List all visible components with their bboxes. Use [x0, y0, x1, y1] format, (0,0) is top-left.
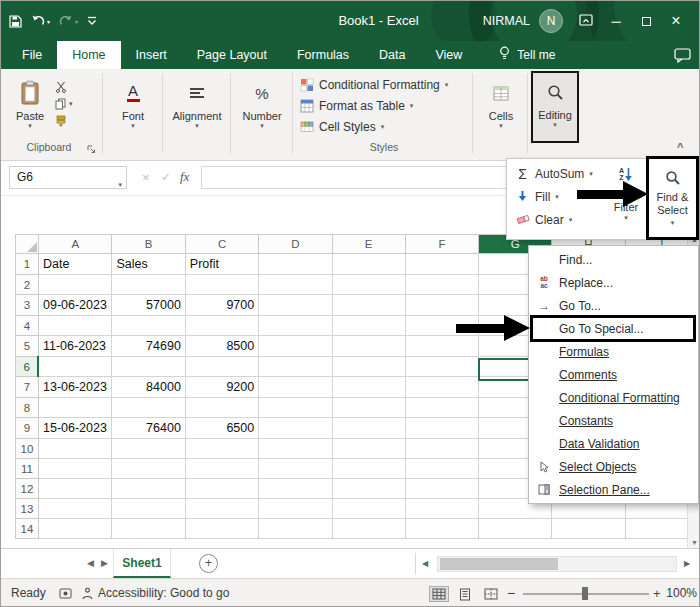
paste-dropdown-icon[interactable]: ▾: [28, 122, 32, 130]
autosum-dropdown-icon[interactable]: ▾: [589, 170, 593, 178]
cell-A6[interactable]: [38, 357, 111, 377]
cell-H14[interactable]: [552, 519, 625, 539]
fill-button[interactable]: Fill ▾: [515, 187, 559, 207]
tab-view[interactable]: View: [420, 41, 477, 69]
font-group-button[interactable]: A Font ▾: [108, 74, 158, 140]
cell-D5[interactable]: [259, 336, 332, 357]
cell-E12[interactable]: [332, 479, 405, 499]
cell-D3[interactable]: [259, 295, 332, 316]
insert-function-icon[interactable]: fx: [180, 169, 189, 185]
cell-E1[interactable]: [332, 254, 405, 275]
format-as-table-dropdown-icon[interactable]: ▾: [410, 102, 414, 110]
scroll-down-icon[interactable]: ▼: [688, 539, 700, 546]
cell-F3[interactable]: [405, 295, 478, 316]
row-header-1[interactable]: 1: [16, 254, 39, 275]
normal-view-icon[interactable]: [429, 586, 449, 602]
cell-B13[interactable]: [112, 499, 185, 519]
row-header-14[interactable]: 14: [16, 519, 39, 539]
editing-dropdown-icon[interactable]: ▾: [553, 121, 557, 129]
cell-F7[interactable]: [405, 377, 478, 398]
menu-item-find[interactable]: Find...: [529, 248, 698, 271]
tab-page-layout[interactable]: Page Layout: [182, 41, 282, 69]
cell-styles-dropdown-icon[interactable]: ▾: [381, 123, 385, 131]
row-header-5[interactable]: 5: [16, 336, 39, 357]
cell-F6[interactable]: [405, 357, 478, 377]
cell-D6[interactable]: [259, 357, 332, 377]
cell-A9[interactable]: 15-06-2023: [38, 418, 111, 439]
redo-dropdown-icon[interactable]: ▾: [75, 18, 78, 25]
row-header-4[interactable]: 4: [16, 316, 39, 336]
cell-D12[interactable]: [259, 479, 332, 499]
cell-B6[interactable]: [112, 357, 185, 377]
cell-F13[interactable]: [405, 499, 478, 519]
column-header-B[interactable]: B: [112, 235, 185, 254]
comments-chat-icon[interactable]: [674, 48, 691, 66]
clear-button[interactable]: Clear ▾: [515, 210, 572, 230]
horizontal-scrollbar[interactable]: [437, 556, 677, 572]
cell-C2[interactable]: [185, 275, 258, 295]
name-box-dropdown-icon[interactable]: ▾: [118, 174, 122, 195]
cell-C14[interactable]: [185, 519, 258, 539]
menu-item-data-validation[interactable]: Data Validation: [529, 432, 698, 455]
cell-E5[interactable]: [332, 336, 405, 357]
find-select-button[interactable]: Find & Select ▾: [646, 156, 699, 240]
customize-quick-access-icon[interactable]: [87, 16, 97, 26]
cell-styles-button[interactable]: Cell Styles ▾: [300, 117, 384, 136]
tab-data[interactable]: Data: [364, 41, 420, 69]
cell-B5[interactable]: 74690: [112, 336, 185, 357]
font-dropdown-icon[interactable]: ▾: [131, 122, 135, 130]
row-header-7[interactable]: 7: [16, 377, 39, 398]
cell-B2[interactable]: [112, 275, 185, 295]
cell-C10[interactable]: [185, 439, 258, 459]
menu-item-replace[interactable]: abac Replace...: [529, 271, 698, 294]
cell-C5[interactable]: 8500: [185, 336, 258, 357]
row-header-6[interactable]: 6: [16, 357, 39, 377]
cell-C1[interactable]: Profit: [185, 254, 258, 275]
name-box[interactable]: G6 ▾: [9, 166, 127, 189]
cell-B14[interactable]: [112, 519, 185, 539]
enter-entry-icon[interactable]: ✓: [161, 170, 171, 184]
hscroll-left-icon[interactable]: ◀: [422, 559, 428, 568]
number-group-button[interactable]: % Number ▾: [236, 74, 288, 140]
cell-E10[interactable]: [332, 439, 405, 459]
row-header-3[interactable]: 3: [16, 295, 39, 316]
column-header-D[interactable]: D: [259, 235, 332, 254]
cell-B1[interactable]: Sales: [112, 254, 185, 275]
cell-D9[interactable]: [259, 418, 332, 439]
sheet-nav-left-icon[interactable]: ◀: [87, 558, 94, 568]
cell-D10[interactable]: [259, 439, 332, 459]
cell-D14[interactable]: [259, 519, 332, 539]
cell-F1[interactable]: [405, 254, 478, 275]
cell-C8[interactable]: [185, 398, 258, 418]
clear-dropdown-icon[interactable]: ▾: [569, 216, 573, 224]
menu-item-select-objects[interactable]: Select Objects: [529, 455, 698, 478]
cell-F9[interactable]: [405, 418, 478, 439]
cell-B10[interactable]: [112, 439, 185, 459]
conditional-formatting-dropdown-icon[interactable]: ▾: [445, 81, 449, 89]
copy-button[interactable]: ▾: [55, 95, 73, 112]
cell-C12[interactable]: [185, 479, 258, 499]
cell-B9[interactable]: 76400: [112, 418, 185, 439]
cancel-entry-icon[interactable]: ×: [142, 170, 150, 185]
redo-button[interactable]: ▾: [59, 15, 78, 27]
macro-record-icon[interactable]: [59, 588, 72, 602]
editing-group-button[interactable]: Editing ▾: [531, 71, 579, 143]
cell-A3[interactable]: 09-06-2023: [38, 295, 111, 316]
horizontal-scroll-thumb[interactable]: [440, 558, 558, 570]
column-header-A[interactable]: A: [38, 235, 111, 254]
cell-A11[interactable]: [38, 459, 111, 479]
tab-insert[interactable]: Insert: [121, 41, 182, 69]
page-layout-view-icon[interactable]: [455, 586, 475, 602]
fill-dropdown-icon[interactable]: ▾: [555, 193, 559, 201]
cell-D4[interactable]: [259, 316, 332, 336]
cell-B8[interactable]: [112, 398, 185, 418]
cell-D1[interactable]: [259, 254, 332, 275]
cell-E2[interactable]: [332, 275, 405, 295]
cells-dropdown-icon[interactable]: ▾: [499, 122, 503, 130]
undo-dropdown-icon[interactable]: ▾: [47, 18, 50, 25]
cell-A1[interactable]: Date: [38, 254, 111, 275]
menu-item-selection-pane[interactable]: Selection Pane...: [529, 478, 698, 501]
cell-A7[interactable]: 13-06-2023: [38, 377, 111, 398]
cell-B4[interactable]: [112, 316, 185, 336]
cell-E6[interactable]: [332, 357, 405, 377]
